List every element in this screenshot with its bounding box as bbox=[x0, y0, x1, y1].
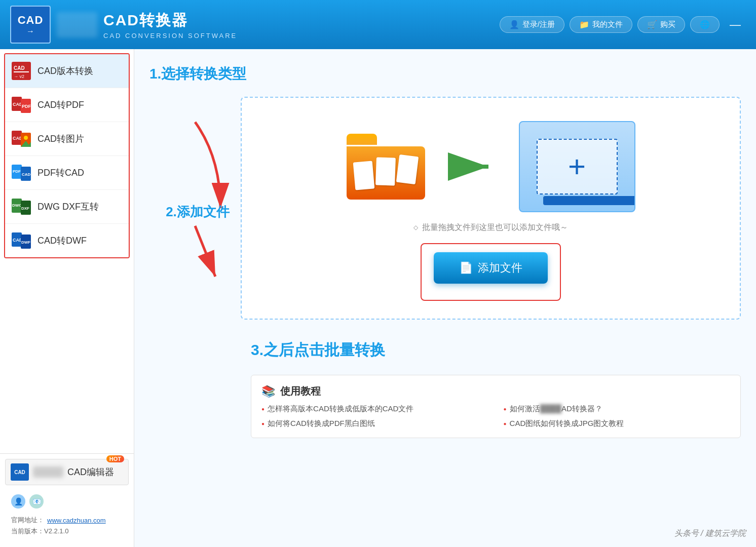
cad-editor-button[interactable]: CAD CAD编辑器 HOT bbox=[5, 459, 129, 485]
app-title: CAD转换器 bbox=[103, 10, 237, 31]
editor-name-blurred bbox=[33, 466, 63, 478]
sidebar-item-pdf-to-cad[interactable]: PDF CAD PDF转CAD bbox=[5, 156, 129, 190]
add-file-icon: 📄 bbox=[459, 261, 473, 275]
sidebar-item-cad-to-image[interactable]: CAD CAD转图片 bbox=[5, 122, 129, 156]
add-file-label: 添加文件 bbox=[478, 260, 522, 276]
folder-back bbox=[347, 146, 425, 200]
version-row: 当前版本：V2.2.1.0 bbox=[11, 527, 123, 536]
svg-text:PDF: PDF bbox=[13, 169, 21, 174]
add-file-box: 📄 添加文件 bbox=[421, 243, 561, 301]
social-icon-2[interactable]: 📧 bbox=[29, 494, 44, 509]
sidebar-item-label: DWG DXF互转 bbox=[37, 201, 99, 213]
svg-text:DWG: DWG bbox=[12, 203, 22, 208]
step3-area: 3.之后点击批量转换 bbox=[149, 340, 741, 365]
bullet-3: ● bbox=[504, 406, 507, 412]
tutorial-link-2[interactable]: ● 如何将CAD转换成PDF黑白图纸 bbox=[261, 419, 488, 428]
svg-text:DXF: DXF bbox=[21, 206, 29, 211]
drop-zone[interactable]: + ◇ 批量拖拽文件到这里也可以添加文件哦～ 📄 添加文件 bbox=[241, 97, 741, 320]
app-logo: CAD → bbox=[10, 6, 51, 44]
sidebar-item-cad-version[interactable]: CAD → v2 CAD版本转换 bbox=[5, 54, 129, 88]
svg-text:PDF: PDF bbox=[22, 104, 31, 109]
social-icon-1[interactable]: 👤 bbox=[11, 494, 25, 509]
tutorial-links: ● 怎样将高版本CAD转换成低版本的CAD文件 ● 如何激活████AD转换器？… bbox=[261, 404, 730, 428]
tutorial-link-1[interactable]: ● 怎样将高版本CAD转换成低版本的CAD文件 bbox=[261, 404, 488, 414]
tutorial-link-text-1: 怎样将高版本CAD转换成低版本的CAD文件 bbox=[268, 404, 413, 414]
tutorial-link-text-2: 如何将CAD转换成PDF黑白图纸 bbox=[268, 419, 375, 428]
titlebar-right: 👤 登录/注册 📁 我的文件 🛒 购买 🌐 — bbox=[500, 16, 746, 33]
add-file-button[interactable]: 📄 添加文件 bbox=[434, 252, 548, 284]
login-button[interactable]: 👤 登录/注册 bbox=[500, 16, 564, 33]
step1-title: 1.选择转换类型 bbox=[149, 59, 246, 92]
tutorial-icon: 📚 bbox=[261, 385, 275, 398]
website-link[interactable]: www.cadzhuan.com bbox=[47, 517, 106, 524]
sidebar-item-cad-to-dwf[interactable]: CAD DWF CAD转DWF bbox=[5, 224, 129, 257]
folder-tab bbox=[347, 134, 377, 145]
tutorial-section: 📚 使用教程 ● 怎样将高版本CAD转换成低版本的CAD文件 ● 如何激活███… bbox=[251, 375, 741, 438]
sidebar-item-label: CAD转图片 bbox=[37, 133, 84, 145]
titlebar: CAD → CAD转换器 CAD CONVERSION SOFTWARE 👤 登… bbox=[0, 0, 756, 49]
user-icon: 👤 bbox=[509, 20, 519, 29]
image-icon: CAD bbox=[11, 129, 31, 148]
version-label: 当前版本：V2.2.1.0 bbox=[11, 527, 68, 536]
editor-label: CAD编辑器 bbox=[67, 466, 114, 478]
pdf-icon: CAD PDF bbox=[11, 95, 31, 114]
red-arrow-2 bbox=[165, 221, 225, 282]
sidebar-info: 官网地址： www.cadzhuan.com 当前版本：V2.2.1.0 bbox=[5, 512, 129, 542]
target-box: + bbox=[519, 121, 635, 212]
hint-diamond: ◇ bbox=[413, 224, 418, 231]
bullet-1: ● bbox=[261, 406, 264, 412]
globe-button[interactable]: 🌐 bbox=[690, 16, 720, 33]
tutorial-link-text-3: 如何激活████AD转换器？ bbox=[510, 404, 602, 414]
website-label: 官网地址： bbox=[11, 516, 44, 525]
svg-text:DWF: DWF bbox=[21, 240, 30, 245]
tutorial-title: 使用教程 bbox=[280, 384, 321, 398]
website-row: 官网地址： www.cadzhuan.com bbox=[11, 516, 123, 525]
tutorial-link-4[interactable]: ● CAD图纸如何转换成JPG图文教程 bbox=[504, 419, 731, 428]
editor-logo: CAD bbox=[11, 463, 29, 481]
folder-icon bbox=[347, 134, 428, 200]
sidebar-item-cad-to-pdf[interactable]: CAD PDF CAD转PDF bbox=[5, 88, 129, 122]
files-icon: 📁 bbox=[579, 20, 589, 29]
sidebar-item-label: CAD转PDF bbox=[37, 99, 84, 111]
social-icons-row: 👤 📧 bbox=[5, 491, 129, 512]
svg-text:CAD: CAD bbox=[14, 65, 25, 71]
step2-label: 2.添加文件 bbox=[166, 203, 230, 221]
tutorial-link-3[interactable]: ● 如何激活████AD转换器？ bbox=[504, 404, 731, 414]
content-area: 1.选择转换类型 2.添加文件 bbox=[134, 49, 756, 547]
tutorial-link-text-4: CAD图纸如何转换成JPG图文教程 bbox=[510, 419, 624, 428]
folder-papers bbox=[354, 162, 417, 189]
hint-text: ◇ 批量拖拽文件到这里也可以添加文件哦～ bbox=[413, 222, 568, 233]
app-subtitle: CAD CONVERSION SOFTWARE bbox=[103, 32, 237, 40]
target-box-inner: + bbox=[537, 139, 618, 194]
minimize-button[interactable]: — bbox=[725, 16, 746, 33]
buy-button[interactable]: 🛒 购买 bbox=[637, 16, 685, 33]
step3-label: 3.之后点击批量转换 bbox=[251, 340, 741, 361]
sidebar-bottom: CAD CAD编辑器 HOT 👤 📧 官网地址： www.cadzhuan.co… bbox=[0, 453, 134, 547]
folder-paper-3 bbox=[396, 154, 418, 184]
hint-text-label: 批量拖拽文件到这里也可以添加文件哦～ bbox=[422, 222, 568, 233]
globe-icon: 🌐 bbox=[700, 20, 710, 29]
logo-blurred bbox=[57, 12, 97, 37]
main-layout: CAD → v2 CAD版本转换 CAD PDF CA bbox=[0, 49, 756, 547]
folder-paper-2 bbox=[375, 157, 396, 185]
folder-paper-1 bbox=[353, 161, 374, 190]
sidebar-item-label: CAD转DWF bbox=[37, 235, 87, 247]
svg-text:CAD: CAD bbox=[22, 172, 31, 177]
logo-arrow: → bbox=[26, 27, 34, 36]
sidebar-item-label: CAD版本转换 bbox=[37, 65, 93, 77]
dwg-icon: DWG DXF bbox=[11, 197, 31, 216]
my-files-button[interactable]: 📁 我的文件 bbox=[570, 16, 632, 33]
version-icon: CAD → v2 bbox=[11, 61, 31, 81]
plus-sign: + bbox=[568, 151, 586, 182]
dwf-icon: CAD DWF bbox=[11, 231, 31, 250]
sidebar-item-dwg-dxf[interactable]: DWG DXF DWG DXF互转 bbox=[5, 190, 129, 224]
green-arrow-icon bbox=[448, 151, 499, 182]
svg-text:→ v2: → v2 bbox=[14, 74, 24, 79]
watermark: 头条号 / 建筑云学院 bbox=[674, 528, 746, 539]
arrows-column: 2.添加文件 bbox=[149, 97, 241, 282]
cart-icon: 🛒 bbox=[647, 20, 657, 29]
drop-illustration: + bbox=[347, 121, 635, 212]
hot-badge: HOT bbox=[106, 455, 124, 462]
bullet-2: ● bbox=[261, 421, 264, 426]
green-arrow-container bbox=[448, 151, 499, 182]
